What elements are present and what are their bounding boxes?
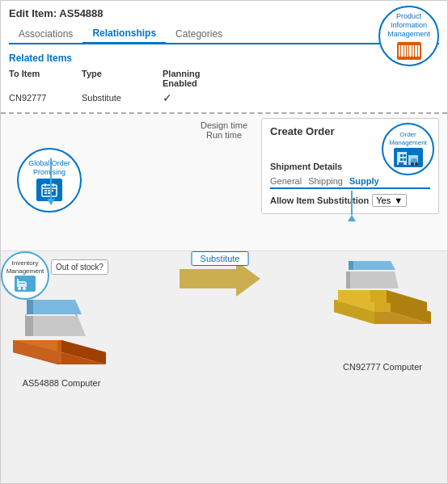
svg-rect-14 — [399, 162, 404, 165]
allow-arrow-line — [351, 191, 353, 215]
svg-rect-11 — [404, 154, 406, 157]
pim-badge: Product Information Management — [378, 6, 439, 66]
svg-marker-31 — [27, 300, 82, 314]
tab-categories[interactable]: Categories — [166, 24, 232, 43]
right-item-label: CN92777 Computer — [343, 362, 422, 372]
arrow-container — [47, 158, 55, 205]
forklift-icon — [15, 276, 36, 292]
col-header-item: To Item — [9, 69, 82, 88]
table-row: CN92777 Substitute ✓ — [9, 91, 439, 104]
middle-section: Design time Run time Global Order Promis… — [1, 114, 447, 251]
dropdown-chevron-icon[interactable]: ▼ — [394, 196, 403, 205]
om-badge: Order Management — [382, 123, 434, 175]
right-pallet-svg — [326, 259, 439, 356]
pim-line3: Management — [387, 30, 430, 39]
substitute-arrow: Substitute — [180, 259, 260, 298]
shipment-tabs: General Shipping Supply — [270, 175, 430, 189]
col-header-type: Type — [82, 69, 163, 88]
svg-rect-22 — [19, 280, 25, 281]
svg-marker-29 — [25, 316, 86, 336]
svg-marker-42 — [338, 290, 370, 302]
inv-line2: Management — [6, 267, 44, 276]
allow-arrow-container — [348, 191, 356, 221]
om-svg — [395, 149, 421, 166]
svg-marker-44 — [346, 271, 399, 288]
out-of-stock-bubble: Out of stock? — [51, 259, 108, 275]
allow-arrow-up — [348, 215, 356, 221]
arrow-down — [47, 199, 55, 205]
tab-relationships[interactable]: Relationships — [82, 24, 166, 44]
cell-planning: ✓ — [163, 91, 260, 104]
svg-marker-30 — [25, 316, 33, 336]
inv-line1: Inventory — [12, 259, 39, 267]
svg-point-15 — [411, 162, 414, 166]
tabs-row: Associations Relationships Categories — [9, 24, 439, 44]
svg-line-33 — [25, 314, 27, 316]
left-item-label: AS54888 Computer — [23, 378, 101, 388]
om-line1: Order — [399, 131, 416, 139]
planning-check: ✓ — [163, 91, 172, 104]
right-pallet — [326, 259, 439, 359]
substitute-button[interactable]: Substitute — [192, 251, 249, 266]
main-container: Edit Item: AS54888 Associations Relation… — [0, 0, 448, 484]
arrow-line — [50, 158, 52, 199]
tab-supply[interactable]: Supply — [349, 175, 379, 189]
out-of-stock-text: Out of stock? — [56, 263, 104, 271]
svg-rect-10 — [400, 154, 403, 157]
svg-marker-32 — [27, 300, 33, 314]
barcode-icon — [397, 42, 421, 60]
left-group: Inventory Management — [9, 259, 114, 388]
left-pallet-svg — [9, 292, 114, 372]
left-pallet — [9, 292, 114, 375]
allow-select[interactable]: Yes ▼ — [372, 194, 407, 207]
inv-mgmt-badge: Inventory Management — [1, 251, 49, 300]
substitute-section: Substitute — [114, 259, 326, 330]
table-header: To Item Type PlanningEnabled — [9, 69, 439, 88]
tab-shipping[interactable]: Shipping — [308, 175, 343, 187]
top-section: Edit Item: AS54888 Associations Relation… — [1, 1, 447, 114]
svg-rect-19 — [17, 279, 19, 284]
om-line2: Management — [389, 139, 427, 147]
cell-type: Substitute — [82, 93, 163, 103]
svg-line-34 — [75, 314, 78, 316]
cell-item: CN92777 — [9, 93, 82, 103]
tab-general[interactable]: General — [270, 175, 302, 187]
pim-line2: Information — [391, 21, 427, 30]
svg-marker-35 — [180, 261, 260, 297]
tab-associations[interactable]: Associations — [9, 24, 82, 43]
svg-point-16 — [415, 162, 418, 166]
svg-marker-47 — [349, 261, 353, 270]
barcode-lines — [399, 45, 420, 57]
svg-rect-18 — [25, 282, 27, 287]
pim-line1: Product — [396, 12, 421, 21]
svg-point-21 — [23, 287, 26, 290]
svg-marker-46 — [349, 261, 395, 270]
allow-value: Yes — [376, 196, 391, 205]
forklift-svg — [16, 277, 34, 290]
svg-rect-13 — [404, 158, 406, 161]
related-items-header: Related Items — [9, 53, 439, 64]
svg-point-20 — [18, 287, 21, 290]
svg-rect-12 — [400, 158, 403, 161]
building-icon — [394, 148, 423, 167]
svg-rect-23 — [19, 283, 25, 284]
svg-marker-45 — [346, 271, 350, 288]
col-header-planning: PlanningEnabled — [163, 69, 260, 88]
edit-item-title: Edit Item: AS54888 — [9, 7, 439, 19]
right-group: CN92777 Computer — [326, 259, 439, 372]
bottom-section: Inventory Management — [1, 251, 447, 483]
